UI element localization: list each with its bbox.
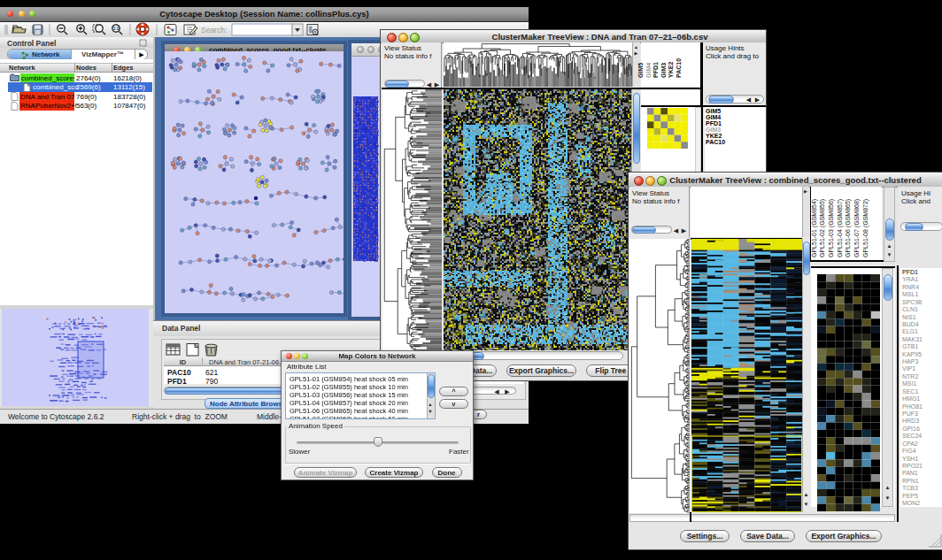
svg-text:1:1: 1:1 xyxy=(113,27,120,31)
svg-text:Search:: Search: xyxy=(201,26,227,35)
